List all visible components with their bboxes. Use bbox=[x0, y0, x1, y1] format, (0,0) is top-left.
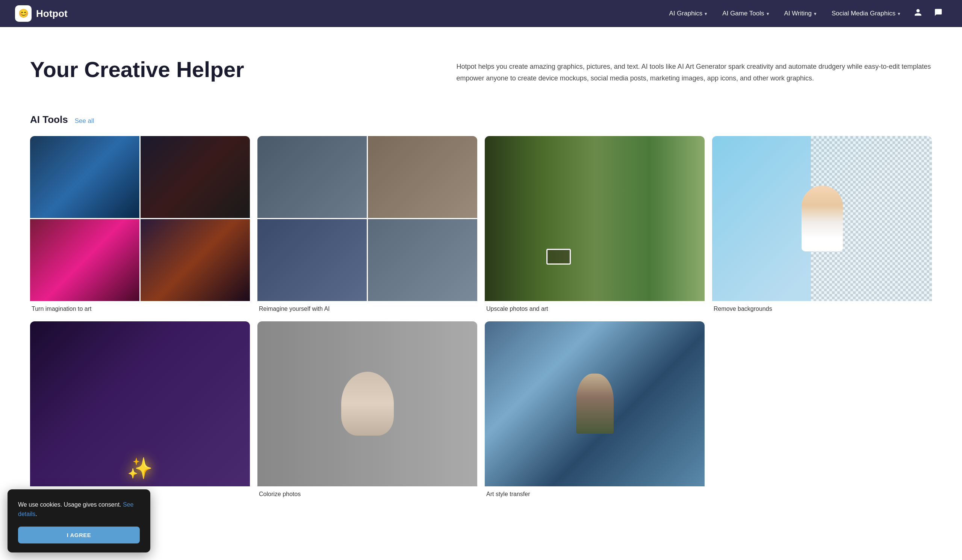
nav-links: AI Graphics ▾ AI Game Tools ▾ AI Writing… bbox=[663, 5, 947, 22]
sparkle-icon: ✨ bbox=[127, 456, 153, 481]
nav-social-media-graphics[interactable]: Social Media Graphics ▾ bbox=[826, 7, 906, 20]
cards-row-2: ✨ AI Sparkle Colorize photos Art style t… bbox=[30, 321, 932, 499]
cards-row-1: Turn imagination to art Reimagine yourse… bbox=[30, 136, 932, 314]
card-image-colorize bbox=[257, 321, 477, 486]
reimagine-cell-4 bbox=[368, 219, 477, 301]
upscale-overlay-box bbox=[546, 249, 571, 265]
mosaic-cell-1 bbox=[30, 136, 139, 218]
portrait-figure bbox=[341, 372, 394, 436]
hero-left: Your Creative Helper bbox=[30, 57, 426, 82]
chat-icon[interactable] bbox=[930, 5, 947, 22]
card-ai-art[interactable]: Turn imagination to art bbox=[30, 136, 250, 314]
reimagine-cell-1 bbox=[257, 136, 367, 218]
chevron-down-icon: ▾ bbox=[814, 11, 817, 16]
person-silhouette bbox=[802, 186, 843, 252]
card-label-colorize: Colorize photos bbox=[257, 486, 477, 499]
card-image-upscale bbox=[485, 136, 705, 301]
ai-tools-section: AI Tools See all Turn imagination to art bbox=[0, 107, 962, 514]
section-header: AI Tools See all bbox=[30, 114, 932, 126]
hero-title: Your Creative Helper bbox=[30, 57, 426, 82]
card-image-bg-remove bbox=[712, 136, 932, 301]
logo-text: Hotpot bbox=[36, 8, 68, 19]
card-upscale[interactable]: Upscale photos and art bbox=[485, 136, 705, 314]
card-image-art-style bbox=[485, 321, 705, 486]
chevron-down-icon: ▾ bbox=[705, 11, 707, 16]
mosaic-cell-3 bbox=[30, 219, 139, 301]
reimagine-cell-3 bbox=[257, 219, 367, 301]
card-label-bg-remove: Remove backgrounds bbox=[712, 301, 932, 314]
mosaic-cell-4 bbox=[140, 219, 250, 301]
empty-cell bbox=[712, 321, 932, 499]
hero-right: Hotpot helps you create amazing graphics… bbox=[457, 57, 932, 84]
chevron-down-icon: ▾ bbox=[767, 11, 769, 16]
card-image-sparkle: ✨ bbox=[30, 321, 250, 486]
card-image-reimagine bbox=[257, 136, 477, 301]
cookie-text: We use cookies. Usage gives consent. See… bbox=[18, 500, 140, 514]
navigation: 😊 Hotpot AI Graphics ▾ AI Game Tools ▾ A… bbox=[0, 0, 962, 27]
card-label-upscale: Upscale photos and art bbox=[485, 301, 705, 314]
hero-section: Your Creative Helper Hotpot helps you cr… bbox=[0, 27, 962, 107]
hero-description: Hotpot helps you create amazing graphics… bbox=[457, 61, 932, 84]
see-all-link[interactable]: See all bbox=[75, 117, 94, 125]
card-colorize[interactable]: Colorize photos bbox=[257, 321, 477, 499]
user-icon[interactable] bbox=[909, 5, 926, 22]
card-bg-remove[interactable]: Remove backgrounds bbox=[712, 136, 932, 314]
nav-ai-game-tools[interactable]: AI Game Tools ▾ bbox=[716, 7, 775, 20]
section-title: AI Tools bbox=[30, 114, 68, 126]
mosaic-cell-2 bbox=[140, 136, 250, 218]
logo[interactable]: 😊 Hotpot bbox=[15, 5, 68, 22]
reimagine-cell-2 bbox=[368, 136, 477, 218]
chevron-down-icon: ▾ bbox=[898, 11, 901, 16]
card-label-art-style: Art style transfer bbox=[485, 486, 705, 499]
card-label-ai-art: Turn imagination to art bbox=[30, 301, 250, 314]
mona-figure bbox=[576, 374, 613, 434]
logo-icon: 😊 bbox=[15, 5, 32, 22]
card-label-reimagine: Reimagine yourself with AI bbox=[257, 301, 477, 314]
card-reimagine[interactable]: Reimagine yourself with AI bbox=[257, 136, 477, 314]
nav-ai-graphics[interactable]: AI Graphics ▾ bbox=[663, 7, 713, 20]
card-art-style[interactable]: Art style transfer bbox=[485, 321, 705, 499]
card-image-ai-art bbox=[30, 136, 250, 301]
nav-ai-writing[interactable]: AI Writing ▾ bbox=[778, 7, 823, 20]
cookie-banner: We use cookies. Usage gives consent. See… bbox=[8, 489, 150, 514]
card-placeholder[interactable]: ✨ AI Sparkle bbox=[30, 321, 250, 499]
